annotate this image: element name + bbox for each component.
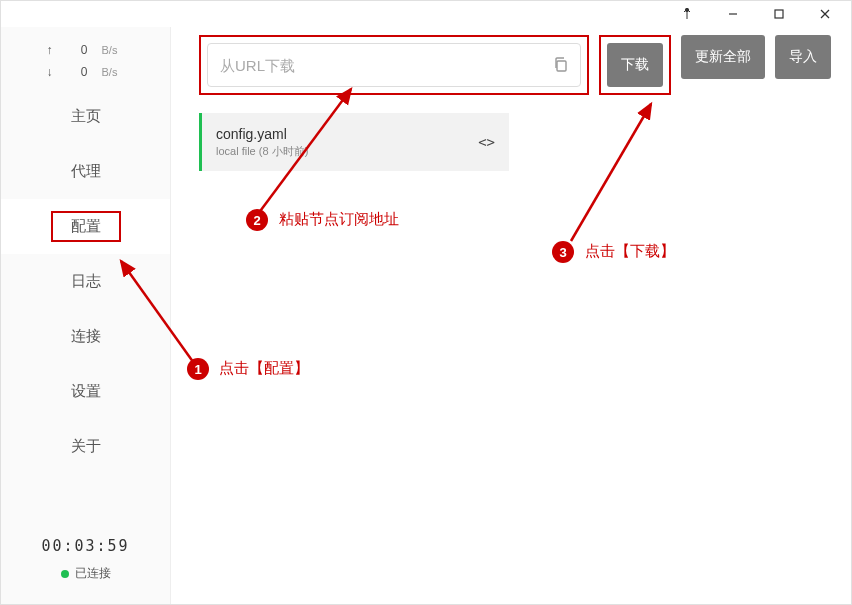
svg-point-0 (686, 9, 689, 12)
sidebar-item-settings[interactable]: 设置 (1, 364, 170, 419)
url-toolbar: 下载 更新全部 导入 (199, 35, 831, 95)
url-input-wrap (207, 43, 581, 87)
config-info: config.yaml local file (8 小时前) (216, 126, 478, 159)
download-box-highlight: 下载 (599, 35, 671, 95)
minimize-icon (727, 8, 739, 20)
sidebar-item-config[interactable]: 配置 (1, 199, 170, 254)
sidebar-item-label: 连接 (71, 327, 101, 346)
download-stat: ↓ 0 B/s (1, 61, 170, 83)
svg-rect-2 (775, 10, 783, 18)
copy-icon[interactable] (552, 56, 570, 74)
sidebar-item-label: 日志 (71, 272, 101, 291)
content-area: ↑ 0 B/s ↓ 0 B/s 主页 代理 配置 日志 连接 设置 关于 (1, 27, 851, 604)
sidebar-item-about[interactable]: 关于 (1, 419, 170, 474)
svg-rect-5 (557, 61, 566, 71)
sidebar-item-home[interactable]: 主页 (1, 89, 170, 144)
connection-status: 已连接 (1, 565, 170, 582)
sidebar-item-connections[interactable]: 连接 (1, 309, 170, 364)
sidebar-item-proxy[interactable]: 代理 (1, 144, 170, 199)
sidebar-item-label: 配置 (51, 211, 121, 242)
download-unit: B/s (102, 66, 126, 78)
download-button[interactable]: 下载 (607, 43, 663, 87)
upload-unit: B/s (102, 44, 126, 56)
maximize-icon (773, 8, 785, 20)
pin-icon (681, 8, 693, 20)
url-input[interactable] (220, 44, 552, 86)
sidebar-item-label: 设置 (71, 382, 101, 401)
sidebar-item-label: 代理 (71, 162, 101, 181)
status-block: 00:03:59 已连接 (1, 521, 170, 604)
sidebar-item-label: 关于 (71, 437, 101, 456)
minimize-button[interactable] (711, 2, 755, 26)
titlebar (1, 1, 851, 27)
sidebar-item-log[interactable]: 日志 (1, 254, 170, 309)
sidebar: ↑ 0 B/s ↓ 0 B/s 主页 代理 配置 日志 连接 设置 关于 (1, 27, 171, 604)
maximize-button[interactable] (757, 2, 801, 26)
main-panel: 下载 更新全部 导入 config.yaml local file (8 小时前… (171, 27, 851, 604)
close-button[interactable] (803, 2, 847, 26)
app-window: ↑ 0 B/s ↓ 0 B/s 主页 代理 配置 日志 连接 设置 关于 (0, 0, 852, 605)
config-meta: local file (8 小时前) (216, 144, 478, 159)
sidebar-item-label: 主页 (71, 107, 101, 126)
config-name: config.yaml (216, 126, 478, 142)
status-dot-icon (61, 570, 69, 578)
up-arrow-icon: ↑ (46, 43, 54, 57)
down-arrow-icon: ↓ (46, 65, 54, 79)
upload-value: 0 (68, 43, 88, 57)
code-icon[interactable]: <> (478, 134, 495, 150)
close-icon (819, 8, 831, 20)
config-card[interactable]: config.yaml local file (8 小时前) <> (199, 113, 509, 171)
download-value: 0 (68, 65, 88, 79)
connection-timer: 00:03:59 (1, 537, 170, 555)
status-text: 已连接 (75, 565, 111, 582)
network-stats: ↑ 0 B/s ↓ 0 B/s (1, 27, 170, 89)
upload-stat: ↑ 0 B/s (1, 39, 170, 61)
import-button[interactable]: 导入 (775, 35, 831, 79)
nav-list: 主页 代理 配置 日志 连接 设置 关于 (1, 89, 170, 521)
url-box-highlight (199, 35, 589, 95)
pin-button[interactable] (665, 2, 709, 26)
update-all-button[interactable]: 更新全部 (681, 35, 765, 79)
